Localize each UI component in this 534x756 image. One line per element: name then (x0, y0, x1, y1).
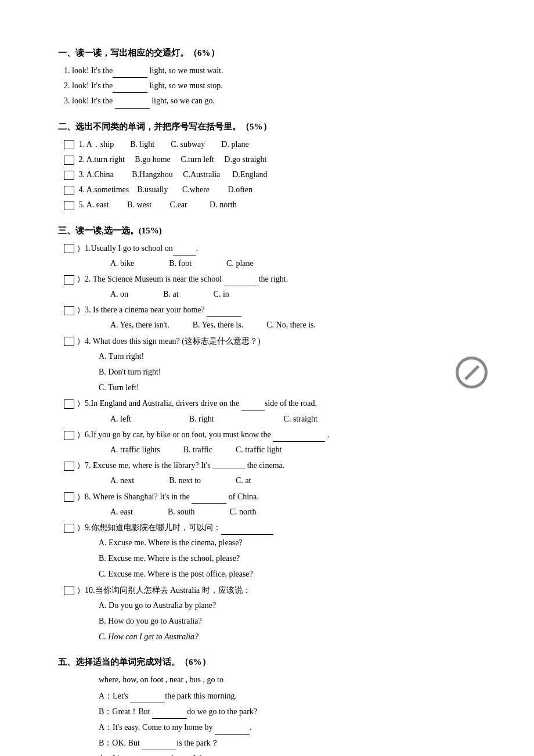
s3-q10-optB: B. How do you go to Australia? (99, 614, 488, 628)
section2-title: 二、选出不同类的单词，并把序号写在括号里。（5%） (58, 119, 488, 135)
s3-q1-options: A. bikeB. footC. plane (110, 256, 488, 271)
section3: 三、读一读,选一选。(15%) ）1.Usually I go to schoo… (58, 223, 488, 645)
no-right-turn-sign (456, 357, 488, 388)
s3-q9: ）9.你想知道电影院在哪儿时，可以问： (64, 520, 488, 535)
section5-title: 五、选择适当的单词完成对话。（6%） (58, 654, 488, 670)
s3-q3: ）3. Is there a cinema near your home? (64, 303, 488, 317)
s3-q7: ）7. Excuse me, where is the library? It'… (64, 458, 488, 473)
section5: 五、选择适当的单词完成对话。（6%） where, how, on foot ,… (58, 654, 488, 756)
s3-q4-content: A. Turn right! B. Don't turn right! C. T… (64, 349, 488, 397)
s3-q2-options: A. onB. atC. in (110, 287, 488, 301)
s5-words: where, how, on foot , near , bus , go to (99, 672, 488, 687)
s3-q10: ）10.当你询问别人怎样去 Australia 时，应该说： (64, 583, 488, 597)
s3-q9-optA: A. Excuse me. Where is the cinema, pleas… (99, 535, 488, 550)
s3-q5-options: A. leftB. rightC. straight (110, 412, 488, 426)
s3-q4: ）4. What does this sign mean? (这标志是什么意思？… (64, 334, 488, 348)
s3-q4-optA: A. Turn right! (99, 349, 444, 363)
section2: 二、选出不同类的单词，并把序号写在括号里。（5%） 1. A．ship B. l… (58, 119, 488, 213)
s2-q4: 4. A.sometimes B.usually C.where D.often (64, 182, 488, 197)
s1-q3: 3. look! It's the light, so we can go. (64, 93, 488, 108)
s2-q3: 3. A.China B.Hangzhou C.Australia D.Engl… (64, 167, 488, 182)
s2-q1: 1. A．ship B. light C. subway D. plane (64, 137, 488, 152)
s3-q4-optC: C. Turn left! (99, 380, 444, 395)
section1-title: 一、读一读，写出相应的交通灯。（6%） (58, 45, 488, 61)
s3-q1: ）1.Usually I go to school on. (64, 241, 488, 255)
s3-q2: ）2. The Science Museum is near the schoo… (64, 272, 488, 286)
section3-title: 三、读一读,选一选。(15%) (58, 223, 488, 239)
s1-q2: 2. look! It's the light, so we must stop… (64, 78, 488, 93)
s3-q9-optB: B. Excuse me. Where is the school, pleas… (99, 551, 488, 566)
s3-q6: ）6.If you go by car, by bike or on foot,… (64, 427, 488, 442)
s3-q10-optA: A. Do you go to Australia by plane? (99, 598, 488, 613)
s3-q10-optC: C. How can I get to Australia? (99, 629, 488, 644)
s3-q6-options: A. traffic lightsB. trafficC. traffic li… (110, 442, 488, 457)
s3-q8: ）8. Where is Shanghai? It's in the of Ch… (64, 489, 488, 504)
s5-d5: A：It's my home. We can go . (99, 751, 488, 756)
s3-q8-options: A. eastB. southC. north (110, 505, 488, 519)
s3-q4-optB: B. Don't turn right! (99, 365, 444, 379)
s5-d3: A：It's easy. Come to my home by . (99, 720, 488, 735)
s2-q5: 5. A. east B. west C.ear D. north (64, 197, 488, 212)
s3-q9-optC: C. Excuse me. Where is the post office, … (99, 567, 488, 581)
s3-q3-options: A. Yes, there isn't.B. Yes, there is.C. … (110, 318, 488, 332)
s5-d1: A：Let's the park this morning. (99, 689, 488, 703)
s1-q1: 1. look! It's the light, so we must wait… (64, 63, 488, 78)
section1: 一、读一读，写出相应的交通灯。（6%） 1. look! It's the li… (58, 45, 488, 109)
s3-q7-options: A. nextB. next toC. at (110, 473, 488, 488)
s3-q5: ）5.In England and Australia, drivers dri… (64, 396, 488, 411)
s2-q2: 2. A.turn right B.go home C.turn left D.… (64, 152, 488, 167)
s5-d4: B：OK. But is the park？ (99, 736, 488, 750)
s5-d2: B：Great！But do we go to the park? (99, 704, 488, 719)
